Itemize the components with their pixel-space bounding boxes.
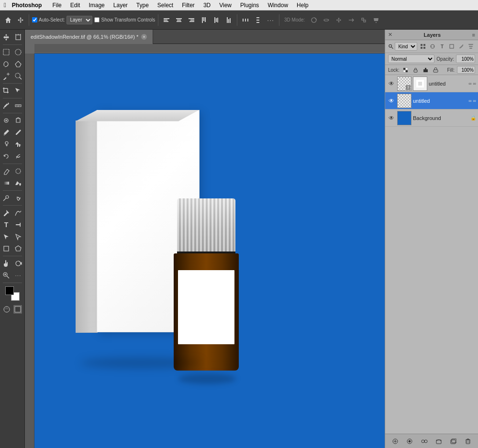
more-options-btn[interactable]: ··· [265, 15, 276, 25]
layer-fx-btn[interactable] [390, 436, 400, 447]
background-eraser[interactable] [12, 165, 24, 177]
artboard-tool[interactable] [12, 32, 24, 43]
text-tool[interactable]: T [0, 219, 12, 230]
align-top[interactable] [199, 16, 209, 24]
3d-scale[interactable] [358, 16, 369, 24]
screen-mode-btn[interactable] [12, 304, 23, 315]
layer-row-1[interactable]: 👁 3 untitled ∞ ∞ [385, 75, 478, 92]
fill-input[interactable] [457, 66, 475, 74]
blend-mode-select[interactable]: Normal [388, 55, 434, 63]
align-center-v[interactable] [211, 16, 222, 24]
pattern-stamp-tool[interactable] [12, 139, 24, 150]
layer-row-2[interactable]: 👁 untitled ∞ ∞ [385, 92, 478, 109]
paint-bucket-tool[interactable] [12, 177, 24, 189]
canvas-tab-close[interactable]: × [141, 34, 147, 40]
canvas-area[interactable]: editShadowInRender.tif @ 66,1% (RGB/16#)… [25, 30, 385, 448]
opacity-input[interactable]: 100% [456, 55, 475, 63]
shape-filter-btn[interactable] [448, 42, 456, 51]
filter-toggle-btn[interactable] [467, 42, 475, 51]
patch-tool[interactable] [12, 115, 24, 126]
menu-3d[interactable]: 3D [200, 1, 214, 10]
quick-mask-btn[interactable] [1, 304, 12, 315]
screen-record[interactable] [371, 16, 381, 24]
history-brush-tool[interactable] [0, 151, 12, 162]
layer-row-3[interactable]: 👁 Background 🔒 [385, 109, 478, 127]
adjustment-layer-btn[interactable] [419, 436, 430, 447]
hand-tool[interactable] [0, 258, 12, 269]
crop-tool[interactable] [0, 85, 12, 97]
transform-controls-checkbox[interactable] [94, 17, 100, 22]
menu-file[interactable]: File [48, 1, 65, 10]
menu-image[interactable]: Image [85, 1, 108, 10]
home-button[interactable] [3, 16, 13, 24]
ruler-tool[interactable] [12, 100, 24, 111]
rectangular-marquee-tool[interactable] [0, 46, 12, 58]
move-tool-options[interactable] [15, 16, 26, 24]
layer-select[interactable]: Layer Group [67, 16, 92, 24]
spot-healing-tool[interactable] [0, 115, 12, 126]
brush-tool[interactable] [0, 127, 12, 138]
menu-filter[interactable]: Filter [178, 1, 199, 10]
lasso-tool[interactable] [0, 58, 12, 70]
menu-help[interactable]: Help [293, 1, 312, 10]
3d-pan[interactable] [333, 16, 344, 24]
canvas-tab[interactable]: editShadowInRender.tif @ 66,1% (RGB/16#)… [25, 30, 153, 44]
panel-close-btn[interactable]: ✕ [388, 32, 392, 38]
group-layer-btn[interactable] [434, 436, 444, 447]
lock-artboard-btn[interactable] [422, 66, 430, 74]
more-tools-btn[interactable]: ··· [12, 270, 24, 281]
zoom-tool[interactable] [0, 270, 12, 281]
move-tool[interactable] [0, 32, 12, 43]
shape-tool[interactable] [0, 243, 12, 254]
3d-slide[interactable] [346, 16, 356, 24]
layer-kind-filter[interactable]: Kind [395, 42, 417, 51]
3d-roll[interactable] [321, 16, 332, 24]
vertical-text-tool[interactable]: T [12, 219, 24, 230]
menu-view[interactable]: View [215, 1, 235, 10]
clone-stamp-tool[interactable] [0, 139, 12, 150]
3d-rotate[interactable] [309, 16, 319, 24]
new-layer-btn[interactable] [448, 436, 458, 447]
adjustment-filter-btn[interactable] [429, 42, 437, 51]
panel-options-btn[interactable]: ≡ [472, 32, 475, 38]
lock-image-btn[interactable] [412, 66, 420, 74]
pencil-tool[interactable] [12, 127, 24, 138]
menu-plugins[interactable]: Plugins [236, 1, 263, 10]
align-bottom[interactable] [223, 16, 234, 24]
distribute-h[interactable] [240, 16, 251, 24]
align-right[interactable] [186, 16, 197, 24]
apple-menu[interactable]:  [4, 1, 6, 9]
magic-wand-tool[interactable] [0, 70, 12, 82]
layers-list[interactable]: 👁 3 untitled ∞ ∞ 👁 untitled ∞ ∞ [385, 75, 478, 434]
smart-filter-btn[interactable] [457, 42, 466, 51]
direct-selection-tool[interactable] [12, 231, 24, 242]
align-left[interactable] [161, 16, 172, 24]
eyedropper-tool[interactable] [0, 100, 12, 111]
quick-selection-tool[interactable] [12, 70, 24, 82]
fg-bg-colors[interactable] [5, 286, 20, 301]
dodge-tool[interactable] [0, 192, 12, 204]
menu-window[interactable]: Window [264, 1, 292, 10]
menu-type[interactable]: Type [133, 1, 153, 10]
polygonal-lasso-tool[interactable] [12, 58, 24, 70]
lock-all-btn[interactable] [432, 66, 440, 74]
freeform-pen-tool[interactable] [12, 207, 24, 219]
layer-2-visibility[interactable]: 👁 [387, 97, 396, 105]
layer-1-visibility[interactable]: 👁 [387, 79, 396, 88]
rotate-view-tool[interactable] [12, 258, 24, 269]
delete-layer-btn[interactable] [463, 436, 473, 447]
menu-select[interactable]: Select [154, 1, 177, 10]
auto-select-checkbox[interactable] [32, 17, 37, 22]
slice-tool[interactable] [12, 85, 24, 97]
pixel-filter-btn[interactable] [419, 42, 427, 51]
distribute-v[interactable] [253, 16, 263, 24]
foreground-color-swatch[interactable] [5, 286, 14, 295]
layer-3-visibility[interactable]: 👁 [387, 114, 396, 122]
eraser-tool[interactable] [0, 165, 12, 177]
layer-mask-btn[interactable] [404, 436, 415, 447]
menu-layer[interactable]: Layer [110, 1, 132, 10]
pen-tool[interactable] [0, 207, 12, 219]
elliptical-marquee-tool[interactable] [12, 46, 24, 58]
burn-tool[interactable] [12, 192, 24, 204]
lock-transparent-btn[interactable] [402, 66, 410, 74]
